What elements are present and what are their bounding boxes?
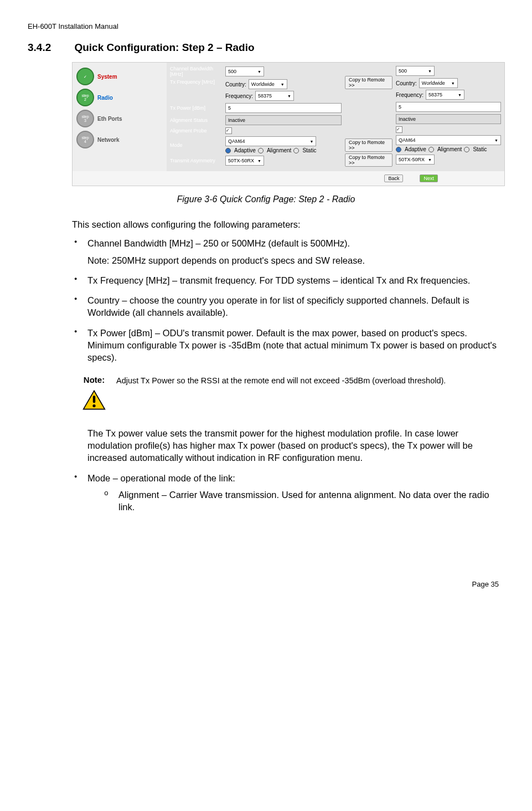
tx-power-input[interactable]: 5 [225,103,342,113]
config-screenshot: ✓ System step2 Radio step3 Eth Ports ste… [72,62,505,186]
doc-header: EH-600T Installation Manual [28,22,504,30]
radio-label: Alignment [267,147,291,153]
radio-static[interactable] [293,148,299,153]
config-content: Channel Bandwidth [MHz] 500▼ Tx Frequenc… [167,63,504,171]
parameter-list-2: Mode – operational mode of the link: Ali… [72,472,504,514]
copy-remote-button[interactable]: Copy to Remote >> [345,76,392,89]
field-label: Alignment Probe [170,128,225,134]
channel-bw-select-remote[interactable]: 500▼ [396,66,435,76]
radio-adaptive[interactable] [225,148,231,153]
section-heading: 3.4.2 Quick Configuration: Step 2 – Radi… [28,42,504,54]
field-label: Frequency: [225,93,253,99]
chevron-down-icon: ▼ [426,158,432,162]
radio-alignment[interactable] [258,148,264,153]
mode-select[interactable]: QAM64▼ [225,136,316,146]
radio-label: Alignment [437,146,462,152]
back-button[interactable]: Back [384,174,403,182]
field-label: Country: [225,81,246,88]
sub-list: Alignment – Carrier Wave transmission. U… [87,489,504,514]
note-label: Note: [72,374,116,386]
sub-list-item: Alignment – Carrier Wave transmission. U… [104,489,504,514]
chevron-down-icon: ▼ [255,70,261,74]
chevron-down-icon: ▼ [285,94,291,98]
after-note-text: The Tx power value sets the transmit pow… [72,427,504,464]
list-item: Mode – operational mode of the link: Ali… [72,472,504,514]
svg-rect-1 [93,396,95,403]
section-title: Quick Configuration: Step 2 – Radio [74,42,254,54]
next-button[interactable]: Next [420,174,438,182]
checkmark-icon: ✓ [76,68,94,85]
chevron-down-icon: ▼ [255,159,261,163]
field-label: Mode [170,142,225,148]
step-ethports[interactable]: step3 Eth Ports [75,109,164,129]
frequency-select-remote[interactable]: 58375▼ [426,90,464,100]
radio-label: Adaptive [234,147,256,153]
radio-static-remote[interactable] [464,147,469,152]
country-select-remote[interactable]: Worldwide▼ [419,78,458,88]
copy-remote-button[interactable]: Copy to Remote >> [345,138,392,152]
align-status-display: Inactive [225,115,342,125]
step-label: System [97,74,117,80]
chevron-down-icon: ▼ [449,81,455,85]
step-network[interactable]: step4 Network [75,130,164,150]
field-label: Transmit Asymmetry [170,158,225,163]
transmit-asym-select[interactable]: 50TX-50RX▼ [225,156,264,166]
wizard-sidebar: ✓ System step2 Radio step3 Eth Ports ste… [73,63,167,171]
radio-label: Adaptive [405,146,426,152]
note-box: Note: Adjust Tx Power so the RSSI at the… [72,374,504,413]
field-label: Country: [396,80,417,86]
list-item: Channel Bandwidth [MHz] – 250 or 500MHz … [72,237,504,266]
bullet-text: Mode – operational mode of the link: [87,473,235,483]
radio-alignment-remote[interactable] [428,147,434,152]
chevron-down-icon: ▼ [307,140,313,143]
align-probe-checkbox-remote[interactable] [396,126,402,133]
warning-icon [82,389,106,410]
frequency-select[interactable]: 58375▼ [255,91,294,101]
mode-select-remote[interactable]: QAM64▼ [396,135,501,145]
intro-text: This section allows configuring the foll… [72,218,504,230]
country-select[interactable]: Worldwide▼ [249,79,287,89]
list-item: Tx Frequency [MHz] – transmit frequency.… [72,274,504,286]
list-item: Tx Power [dBm] – ODU's transmit power. D… [72,327,504,364]
bullet-text: Channel Bandwidth [MHz] – 250 or 500MHz … [87,238,350,248]
chevron-down-icon: ▼ [456,93,462,97]
figure-caption: Figure 3-6 Quick Config Page: Step 2 - R… [28,194,504,204]
chevron-down-icon: ▼ [426,69,432,73]
field-label: Channel Bandwidth [MHz] [170,66,225,77]
step-badge-icon: step4 [76,131,94,148]
transmit-asym-select-remote[interactable]: 50TX-50RX▼ [396,155,435,165]
page-number: Page 35 [28,580,504,588]
radio-adaptive-remote[interactable] [396,147,401,152]
field-label: Tx Frequency [MHz] [170,79,225,85]
channel-bw-select[interactable]: 500▼ [225,66,264,76]
align-status-display-remote: Inactive [396,114,501,124]
field-label: Tx Power [dBm] [170,105,225,111]
chevron-down-icon: ▼ [492,138,498,142]
chevron-down-icon: ▼ [278,83,285,86]
radio-label: Static [302,147,316,153]
field-label: Frequency: [396,92,423,98]
note-text: Adjust Tx Power so the RSSI at the remot… [116,374,504,413]
step-label: Network [97,137,119,143]
bullet-text: Country – choose the country you operate… [87,295,469,317]
field-label: Alignment Status [170,117,225,123]
list-item: Country – choose the country you operate… [72,294,504,319]
step-radio[interactable]: step2 Radio [75,88,164,107]
step-badge-icon: step2 [76,89,94,106]
copy-remote-button[interactable]: Copy to Remote >> [345,153,392,167]
radio-label: Static [473,146,487,152]
step-label: Eth Ports [97,116,122,122]
svg-point-2 [92,404,95,407]
parameter-list: Channel Bandwidth [MHz] – 250 or 500MHz … [72,237,504,363]
step-badge-icon: step3 [76,110,94,127]
step-system[interactable]: ✓ System [75,66,164,86]
bullet-sub-text: Note: 250MHz support depends on product'… [87,254,504,266]
step-label: Radio [97,95,113,101]
section-number: 3.4.2 [28,42,72,54]
align-probe-checkbox[interactable] [225,127,232,134]
bullet-text: Tx Power [dBm] – ODU's transmit power. D… [87,328,497,363]
bullet-text: Tx Frequency [MHz] – transmit frequency.… [87,275,470,285]
tx-power-input-remote[interactable]: 5 [396,102,501,112]
